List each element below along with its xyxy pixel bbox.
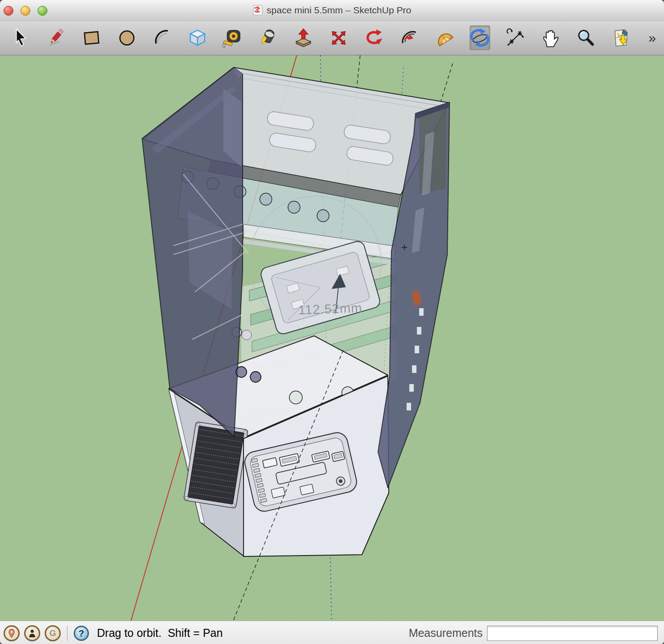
- dimension-label: 112.52mm: [298, 301, 362, 317]
- status-bar: G ? Drag to orbit. Shift = Pan Measureme…: [0, 621, 664, 644]
- geolocation-status-icon[interactable]: [4, 625, 20, 641]
- offset-tool-icon[interactable]: [399, 25, 420, 50]
- statusbar-divider: [67, 626, 67, 641]
- statusbar-hint: Drag to orbit. Shift = Pan: [97, 627, 223, 640]
- help-icon[interactable]: ?: [74, 626, 89, 641]
- 3d-model: 112.52mm: [142, 67, 450, 621]
- move-tool-icon[interactable]: [328, 25, 349, 50]
- get-models-tool-icon[interactable]: [611, 25, 631, 50]
- window-title: space mini 5.5mm – SketchUp Pro: [267, 5, 411, 16]
- axes-tool-icon[interactable]: [505, 25, 525, 50]
- viewport[interactable]: 112.52mm: [0, 55, 664, 621]
- toolbar: »: [0, 21, 664, 55]
- line-tool-icon[interactable]: [46, 25, 67, 50]
- push-pull-tool-icon[interactable]: [293, 25, 314, 50]
- signin-status-icon[interactable]: G: [45, 625, 61, 641]
- tape-measure-tool-icon[interactable]: [223, 25, 243, 50]
- orbit-tool-icon[interactable]: [470, 25, 490, 50]
- document-icon: [253, 5, 263, 16]
- rotate-tool-icon[interactable]: [364, 25, 384, 50]
- arc-tool-icon[interactable]: [152, 25, 172, 50]
- model-knob-2: [242, 330, 252, 340]
- title-bar: space mini 5.5mm – SketchUp Pro: [0, 0, 664, 21]
- make-component-tool-icon[interactable]: [187, 25, 208, 50]
- circle-tool-icon[interactable]: [117, 25, 137, 50]
- rectangle-tool-icon[interactable]: [81, 25, 102, 50]
- paint-bucket-tool-icon[interactable]: [258, 25, 278, 50]
- zoom-tool-icon[interactable]: [576, 25, 596, 50]
- measurements-input[interactable]: [487, 626, 658, 641]
- protractor-tool-icon[interactable]: [434, 25, 455, 50]
- select-tool-icon[interactable]: [11, 25, 31, 50]
- attribution-status-icon[interactable]: [24, 625, 40, 641]
- measurements-label: Measurements: [409, 627, 483, 640]
- sketchup-window: space mini 5.5mm – SketchUp Pro: [0, 0, 664, 644]
- toolbar-overflow-chevron[interactable]: »: [648, 31, 658, 45]
- viewport-canvas[interactable]: 112.52mm: [0, 55, 664, 621]
- pan-tool-icon[interactable]: [540, 25, 561, 50]
